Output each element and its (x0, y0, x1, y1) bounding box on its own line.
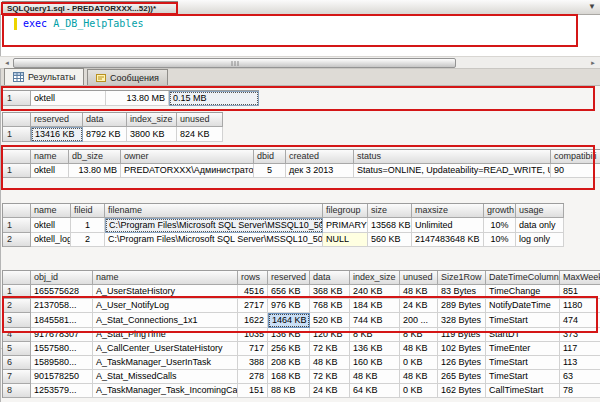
column-header[interactable]: filegroup (323, 204, 368, 218)
grid-cell[interactable]: 1622 (238, 313, 268, 328)
column-header[interactable]: name (31, 150, 69, 164)
grid-cell[interactable]: TimeChange (486, 285, 560, 299)
column-header[interactable]: obj_id (31, 271, 93, 285)
grid-cell[interactable]: 160 KB (350, 356, 400, 370)
grid-cell[interactable]: TimeStart (486, 370, 560, 384)
grid-cell[interactable]: 1035 (238, 328, 268, 342)
grid-cell[interactable]: 10% (484, 233, 516, 247)
grid-cell[interactable]: 102 Bytes (438, 342, 486, 356)
grid-cell[interactable]: A_Stat_MissedCalls (93, 370, 238, 384)
column-header[interactable]: size (368, 204, 412, 218)
row-header[interactable]: 1 (3, 164, 31, 178)
grid-cell[interactable]: 1557580... (31, 342, 93, 356)
grid-cell[interactable]: 5 (254, 164, 286, 178)
grid-corner-cell[interactable] (3, 113, 31, 127)
grid-cell[interactable]: A_Stat_Connections_1x1 (93, 313, 238, 328)
grid-cell[interactable]: 289 Bytes (438, 299, 486, 313)
grid-cell[interactable]: 1464 KB (268, 313, 310, 328)
grid-cell[interactable]: TimeStart (486, 356, 560, 370)
grid-cell[interactable]: 3800 KB (127, 127, 177, 142)
grid-cell[interactable]: 0 KB (400, 356, 438, 370)
column-header[interactable]: unused (177, 113, 223, 127)
row-header[interactable]: 1 (3, 285, 31, 299)
grid-cell[interactable]: 1845581... (31, 313, 93, 328)
grid-cell[interactable]: 48 KB (400, 285, 438, 299)
grid-cell[interactable]: oktell (31, 218, 71, 233)
grid-cell[interactable]: A_User_NotifyLog (93, 299, 238, 313)
grid-tables-stats[interactable]: obj_idnamerowsreserveddataindex_sizeunus… (2, 270, 600, 398)
grid-database-files[interactable]: namefileidfilenamefilegroupsizemaxsizegr… (2, 203, 564, 247)
tab-overflow-icon[interactable]: ▼ (588, 2, 596, 11)
grid-cell[interactable]: Status=ONLINE, Updateability=READ_WRITE,… (354, 164, 551, 178)
grid-cell[interactable]: 83 Bytes (438, 285, 486, 299)
editor-hscrollbar[interactable]: ◄ ► (0, 56, 600, 69)
grid-cell[interactable]: 4516 (238, 285, 268, 299)
grid-cell[interactable]: 8 KB (400, 328, 438, 342)
grid-space-usage[interactable]: reserveddataindex_sizeunused113416 KB879… (2, 112, 223, 142)
grid-cell[interactable]: 168 KB (268, 370, 310, 384)
column-header[interactable]: name (31, 204, 71, 218)
column-header[interactable]: index_size (350, 271, 400, 285)
column-header[interactable]: unused (400, 271, 438, 285)
column-header[interactable]: MaxWeekRo (560, 271, 600, 285)
grid-cell[interactable]: NULL (323, 233, 368, 247)
grid-corner-cell[interactable] (3, 271, 31, 285)
grid-cell[interactable]: oktell_log (31, 233, 71, 247)
column-header[interactable]: rows (238, 271, 268, 285)
grid-cell[interactable]: 165575628 (31, 285, 93, 299)
grid-cell[interactable]: 278 (238, 370, 268, 384)
column-header[interactable]: data (310, 271, 350, 285)
grid-cell[interactable]: 72 KB (310, 342, 350, 356)
grid-cell[interactable]: 2147483648 KB (412, 233, 484, 247)
grid-cell[interactable]: 768 KB (310, 299, 350, 313)
grid-cell[interactable]: 162 Bytes (438, 384, 486, 398)
grid-cell[interactable]: 8 KB (350, 328, 400, 342)
grid-cell[interactable]: 1253579... (31, 384, 93, 398)
grid-cell[interactable]: 474 (560, 313, 600, 328)
grid-cell[interactable]: PRIMARY (323, 218, 368, 233)
grid-cell[interactable]: 48 KB (400, 370, 438, 384)
column-header[interactable]: reserved (268, 271, 310, 285)
grid-cell[interactable]: 64 KB (350, 384, 400, 398)
grid-cell[interactable]: 113 (560, 356, 600, 370)
column-header[interactable]: data (83, 113, 127, 127)
grid-cell[interactable]: C:\Program Files\Microsoft SQL Server\MS… (105, 218, 323, 233)
grid-cell[interactable]: 824 KB (177, 127, 223, 142)
grid-cell[interactable]: 901578250 (31, 370, 93, 384)
grid-cell[interactable]: 184 KB (350, 299, 400, 313)
grid-cell[interactable]: 388 (238, 356, 268, 370)
grid-cell[interactable]: oktell (31, 164, 69, 178)
grid-cell[interactable]: 560 KB (368, 233, 412, 247)
grid-cell[interactable]: 851 (560, 285, 600, 299)
grid-cell[interactable]: 208 KB (268, 356, 310, 370)
grid-cell[interactable]: 13568 KB (368, 218, 412, 233)
grid-cell[interactable]: 48 KB (400, 342, 438, 356)
column-header[interactable]: name (93, 271, 238, 285)
grid-cell[interactable]: data only (516, 218, 564, 233)
column-header[interactable]: DateTimeColumn (486, 271, 560, 285)
column-header[interactable]: compatibili (551, 150, 600, 164)
grid-cell[interactable]: StartDT (486, 328, 560, 342)
column-header[interactable]: status (354, 150, 551, 164)
grid-cell[interactable]: 117 (560, 342, 600, 356)
grid-cell[interactable]: 0.15 MB (169, 91, 259, 106)
grid-cell[interactable]: oktell (31, 91, 106, 106)
grid-cell[interactable]: 13.80 MB (106, 91, 169, 106)
grid-cell[interactable]: 656 KB (268, 285, 310, 299)
grid-cell[interactable]: 744 KB (350, 313, 400, 328)
grid-cell[interactable]: 1589580... (31, 356, 93, 370)
sql-editor-pane[interactable]: exec A_DB_HelpTables (0, 15, 600, 56)
column-header[interactable]: filename (105, 204, 323, 218)
grid-cell[interactable]: 88 KB (268, 384, 310, 398)
grid-cell[interactable]: 1180 (560, 299, 600, 313)
grid-cell[interactable]: 976 KB (268, 299, 310, 313)
row-header[interactable]: 8 (3, 384, 31, 398)
grid-cell[interactable]: PREDATORXXX\Администратор (121, 164, 254, 178)
grid-cell[interactable]: 13.80 MB (69, 164, 121, 178)
grid-database-size[interactable]: 1oktell13.80 MB0.15 MB (2, 90, 259, 106)
grid-cell[interactable]: log only (516, 233, 564, 247)
grid-cell[interactable]: 2 (71, 233, 105, 247)
grid-cell[interactable]: 1 (71, 218, 105, 233)
grid-cell[interactable]: A_TaskManager_Task_IncomingCalls (93, 384, 238, 398)
row-header[interactable]: 3 (3, 313, 31, 328)
